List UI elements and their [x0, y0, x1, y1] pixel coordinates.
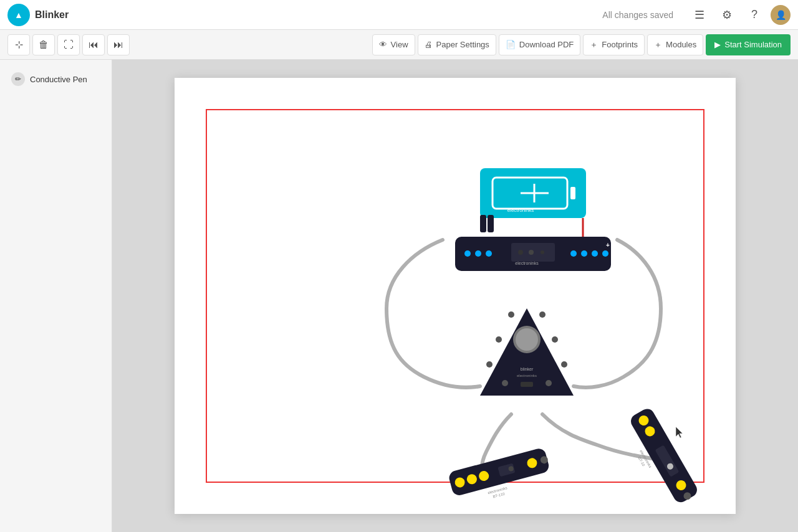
pen-icon: ✏	[11, 72, 25, 86]
user-avatar[interactable]: 👤	[771, 5, 791, 25]
app-title: Blinker	[35, 9, 69, 21]
alert-logo-button[interactable]: ▲	[7, 4, 30, 26]
paper-settings-label: Paper Settings	[436, 40, 489, 49]
paper-icon: 🖨	[425, 40, 433, 49]
plus-modules-icon: ＋	[654, 39, 662, 50]
svg-point-10	[475, 250, 481, 257]
alert-icon: ▲	[14, 10, 23, 20]
start-simulation-button[interactable]: ▶ Start Simulation	[706, 34, 791, 55]
svg-rect-35	[521, 382, 533, 387]
svg-point-9	[464, 250, 471, 257]
trash-icon: 🗑	[39, 39, 49, 50]
download-pdf-button[interactable]: 📄 Download PDF	[499, 34, 580, 55]
prev-button[interactable]: ⏮	[82, 34, 105, 55]
footprints-button[interactable]: ＋ Footprints	[583, 34, 645, 55]
svg-point-15	[541, 250, 544, 254]
circuit-diagram: electroninks + electroninks	[175, 78, 736, 514]
svg-point-25	[508, 311, 514, 318]
help-button[interactable]: ?	[743, 4, 766, 26]
start-simulation-label: Start Simulation	[724, 40, 782, 49]
svg-point-27	[496, 336, 502, 343]
svg-point-30	[502, 380, 508, 386]
paper-settings-button[interactable]: 🖨 Paper Settings	[418, 34, 496, 55]
svg-point-11	[486, 250, 492, 257]
svg-rect-2	[570, 187, 575, 199]
svg-point-18	[592, 250, 598, 257]
crop-button[interactable]: ⛶	[57, 34, 80, 55]
avatar-placeholder: 👤	[776, 10, 786, 20]
crop-icon: ⛶	[64, 39, 74, 50]
help-icon: ?	[751, 8, 757, 21]
svg-rect-6	[480, 215, 486, 232]
svg-text:electroninks: electroninks	[507, 207, 534, 213]
conductive-pen-item[interactable]: ✏ Conductive Pen	[5, 67, 107, 91]
save-status: All changes saved	[602, 10, 673, 20]
download-pdf-label: Download PDF	[519, 40, 574, 49]
delete-button[interactable]: 🗑	[32, 34, 55, 55]
svg-point-24	[516, 328, 538, 351]
pdf-icon: 📄	[506, 40, 516, 49]
svg-point-29	[486, 361, 493, 368]
play-icon: ▶	[714, 40, 721, 49]
select-icon: ⊹	[15, 39, 23, 50]
view-button[interactable]: 👁 View	[372, 34, 415, 55]
svg-point-28	[552, 336, 558, 343]
svg-rect-7	[488, 215, 494, 232]
svg-text:+: +	[606, 242, 610, 249]
modules-button[interactable]: ＋ Modules	[647, 34, 703, 55]
menu-icon: ☰	[695, 8, 704, 22]
prev-icon: ⏮	[89, 39, 99, 50]
settings-icon: ⚙	[722, 8, 732, 22]
svg-point-13	[518, 250, 523, 255]
svg-point-17	[581, 250, 587, 257]
menu-button[interactable]: ☰	[688, 4, 711, 26]
svg-text:electroninks: electroninks	[515, 261, 539, 265]
top-nav-bar: ▲ Blinker All changes saved ☰ ⚙ ? 👤	[0, 0, 798, 30]
view-icon: 👁	[379, 40, 387, 49]
plus-footprints-icon: ＋	[590, 39, 598, 50]
sidebar: ✏ Conductive Pen	[0, 60, 112, 532]
svg-text:electroninks: electroninks	[517, 374, 537, 378]
svg-point-19	[602, 250, 608, 257]
view-label: View	[391, 40, 408, 49]
next-icon: ⏭	[113, 39, 123, 50]
toolbar: ⊹ 🗑 ⛶ ⏮ ⏭ 👁 View 🖨 Paper Settings 📄 Down…	[0, 30, 798, 60]
canvas-area[interactable]: electroninks + electroninks	[112, 60, 798, 532]
canvas-paper[interactable]: electroninks + electroninks	[175, 78, 736, 514]
svg-point-32	[561, 361, 567, 368]
footprints-label: Footprints	[602, 40, 638, 49]
svg-point-16	[570, 250, 577, 257]
svg-point-31	[546, 380, 552, 386]
modules-label: Modules	[666, 40, 696, 49]
select-tool-button[interactable]: ⊹	[7, 34, 30, 55]
settings-button[interactable]: ⚙	[716, 4, 738, 26]
svg-point-26	[539, 311, 546, 318]
conductive-pen-label: Conductive Pen	[30, 75, 87, 84]
next-button[interactable]: ⏭	[107, 34, 130, 55]
svg-point-14	[529, 250, 534, 255]
svg-text:blinker: blinker	[521, 367, 534, 371]
